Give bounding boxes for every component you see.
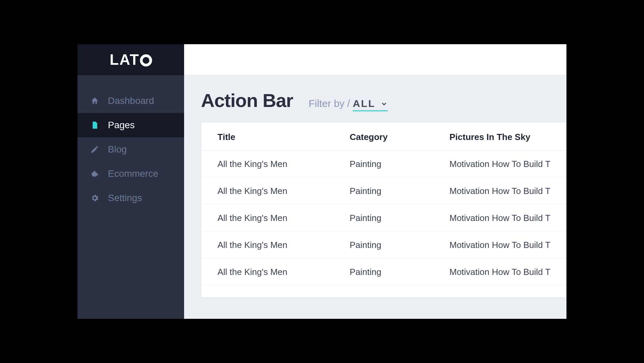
cell-title: All the King's Men bbox=[201, 151, 350, 178]
cell-category: Painting bbox=[350, 178, 449, 205]
col-pictures[interactable]: Pictures In The Sky bbox=[449, 122, 566, 151]
cell-category: Painting bbox=[350, 232, 449, 259]
page-title: Action Bar bbox=[201, 89, 293, 111]
sidebar-item-settings[interactable]: Settings bbox=[78, 186, 184, 210]
cell-title: All the King's Men bbox=[201, 259, 350, 286]
filter-separator: / bbox=[347, 98, 350, 109]
main-content: Action Bar Filter by / ALL bbox=[184, 44, 566, 319]
edit-icon bbox=[90, 144, 100, 155]
col-category[interactable]: Category bbox=[350, 122, 449, 151]
content-area: Action Bar Filter by / ALL bbox=[184, 75, 566, 319]
sidebar-item-label: Ecommerce bbox=[108, 168, 158, 179]
cell-category: Painting bbox=[350, 205, 449, 232]
sidebar-nav: Dashboard Pages Blog Ecommerce bbox=[78, 75, 184, 210]
sidebar-item-pages[interactable]: Pages bbox=[78, 113, 184, 137]
data-table-card: Title Category Pictures In The Sky All t… bbox=[201, 122, 566, 298]
home-icon bbox=[90, 96, 100, 106]
sidebar-item-label: Pages bbox=[108, 120, 135, 131]
topbar bbox=[184, 44, 566, 75]
chevron-down-icon bbox=[380, 99, 388, 110]
sidebar: LAT Dashboard Pages Blog bbox=[78, 44, 184, 319]
action-bar: Action Bar Filter by / ALL bbox=[184, 75, 566, 122]
gear-icon bbox=[90, 193, 100, 203]
table-row[interactable]: All the King's Men Painting Motivation H… bbox=[201, 232, 566, 259]
sidebar-item-ecommerce[interactable]: Ecommerce bbox=[78, 162, 184, 186]
table-row[interactable]: All the King's Men Painting Motivation H… bbox=[201, 178, 566, 205]
sidebar-item-label: Settings bbox=[108, 193, 142, 203]
sidebar-item-label: Dashboard bbox=[108, 95, 154, 106]
table-row[interactable]: All the King's Men Painting Motivation H… bbox=[201, 259, 566, 286]
sidebar-item-blog[interactable]: Blog bbox=[78, 137, 184, 162]
cell-title: All the King's Men bbox=[201, 205, 350, 232]
filter-value-text: ALL bbox=[353, 98, 375, 109]
svg-point-1 bbox=[93, 173, 94, 174]
cell-category: Painting bbox=[350, 151, 449, 178]
filter-dropdown[interactable]: ALL bbox=[353, 98, 387, 111]
table-row[interactable]: All the King's Men Painting Motivation H… bbox=[201, 205, 566, 232]
cell-pictures: Motivation How To Build T bbox=[449, 178, 566, 205]
cell-pictures: Motivation How To Build T bbox=[449, 205, 566, 232]
sidebar-item-label: Blog bbox=[108, 144, 127, 155]
data-table: Title Category Pictures In The Sky All t… bbox=[201, 122, 566, 286]
cell-title: All the King's Men bbox=[201, 178, 350, 205]
file-icon bbox=[90, 120, 100, 130]
cell-title: All the King's Men bbox=[201, 232, 350, 259]
cell-pictures: Motivation How To Build T bbox=[449, 151, 566, 178]
col-title[interactable]: Title bbox=[201, 122, 350, 151]
app-frame: LAT Dashboard Pages Blog bbox=[77, 43, 567, 320]
cell-category: Painting bbox=[350, 259, 449, 286]
sidebar-item-dashboard[interactable]: Dashboard bbox=[78, 89, 184, 113]
filter-by-label: Filter by bbox=[309, 98, 345, 109]
logo-text: LAT bbox=[110, 51, 152, 68]
svg-point-0 bbox=[92, 172, 97, 176]
logo[interactable]: LAT bbox=[78, 44, 184, 75]
cell-pictures: Motivation How To Build T bbox=[449, 259, 566, 286]
cell-pictures: Motivation How To Build T bbox=[449, 232, 566, 259]
table-row[interactable]: All the King's Men Painting Motivation H… bbox=[201, 151, 566, 178]
piggy-bank-icon bbox=[90, 169, 100, 179]
